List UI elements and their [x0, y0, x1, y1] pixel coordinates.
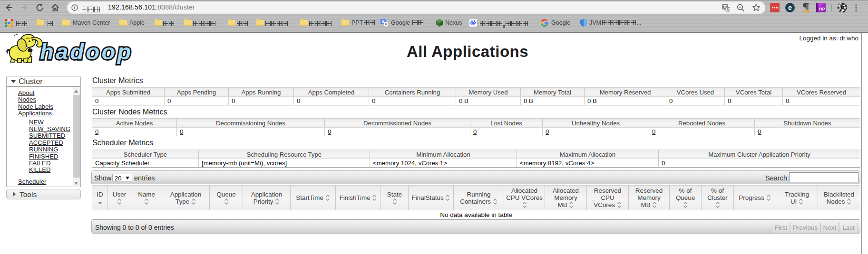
svg-text:RP: RP — [819, 7, 825, 11]
svg-text:du: du — [472, 23, 475, 25]
svg-text:e: e — [788, 4, 792, 11]
svg-text:hadoop: hadoop — [40, 39, 133, 64]
